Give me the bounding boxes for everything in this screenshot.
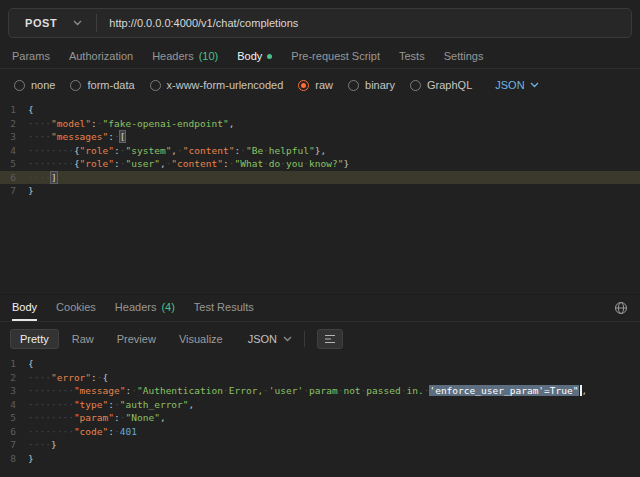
body-type-raw[interactable]: raw	[298, 79, 333, 91]
response-tabs: BodyCookiesHeaders(4)Test Results	[12, 295, 254, 321]
tab-label: Test Results	[194, 301, 254, 313]
body-type-form-data[interactable]: form-data	[70, 79, 134, 91]
line-number: 5	[0, 411, 28, 425]
line-number: 7	[0, 184, 28, 198]
selected-text: 'enforce_user_param'=True"	[429, 385, 578, 396]
request-tab-body[interactable]: Body	[237, 46, 272, 68]
code-line[interactable]: 6········"code":·401	[0, 425, 640, 439]
url-input[interactable]: http://0.0.0.0:4000/v1/chat/completions	[97, 17, 298, 29]
chevron-down-icon	[530, 82, 539, 88]
response-header-icons	[614, 301, 628, 315]
globe-icon[interactable]	[614, 301, 628, 315]
tab-label: Tests	[399, 50, 425, 62]
view-mode-raw[interactable]: Raw	[62, 329, 104, 349]
line-number: 5	[0, 157, 28, 171]
code-line[interactable]: 4········{"role":·"system",·"content":·"…	[0, 144, 640, 158]
code-line[interactable]: 4········"type":·"auth_error",	[0, 398, 640, 412]
tab-label: Headers	[115, 301, 157, 313]
radio-label: none	[31, 79, 55, 91]
radio-icon	[410, 80, 421, 91]
tab-count: (10)	[199, 50, 219, 62]
line-number: 3	[0, 130, 28, 144]
code-line[interactable]: 6····]	[0, 171, 640, 185]
method-selector[interactable]: POST	[9, 9, 96, 37]
request-tab-headers[interactable]: Headers(10)	[152, 46, 218, 68]
code-text: ········"message":·"Authentication·Error…	[28, 384, 587, 398]
code-text: ········{"role":·"system",·"content":·"B…	[28, 144, 326, 158]
response-toolbar: PrettyRawPreviewVisualize JSON	[10, 327, 632, 351]
tab-label: Pre-request Script	[291, 50, 380, 62]
response-tab-test-results[interactable]: Test Results	[194, 295, 254, 321]
view-mode-group: PrettyRawPreviewVisualize	[10, 329, 233, 349]
radio-icon	[70, 80, 81, 91]
code-text: ········"code":·401	[28, 425, 137, 439]
format-button[interactable]	[317, 329, 343, 349]
format-icon	[324, 334, 336, 344]
line-number: 6	[0, 171, 28, 185]
body-type-none[interactable]: none	[14, 79, 55, 91]
response-tab-body[interactable]: Body	[12, 295, 37, 321]
code-text: ····"error":·{	[28, 371, 108, 385]
view-mode-pretty[interactable]: Pretty	[10, 329, 59, 349]
code-line[interactable]: 2····"error":·{	[0, 371, 640, 385]
radio-label: x-www-form-urlencoded	[167, 79, 284, 91]
code-text: ····}	[28, 438, 57, 452]
body-language-label: JSON	[495, 79, 524, 91]
line-number: 7	[0, 438, 28, 452]
line-number: 1	[0, 103, 28, 117]
code-line[interactable]: 1{	[0, 357, 640, 371]
response-header: BodyCookiesHeaders(4)Test Results	[0, 294, 640, 322]
response-body-editor[interactable]: 1{2····"error":·{3········"message":·"Au…	[0, 354, 640, 477]
line-number: 6	[0, 425, 28, 439]
code-line[interactable]: 2····"model":·"fake-openai-endpoint",	[0, 117, 640, 131]
request-tab-authorization[interactable]: Authorization	[69, 46, 133, 68]
view-mode-preview[interactable]: Preview	[107, 329, 166, 349]
body-type-binary[interactable]: binary	[348, 79, 395, 91]
code-text: }	[28, 184, 34, 198]
method-label: POST	[25, 17, 57, 29]
body-type-row: noneform-datax-www-form-urlencodedrawbin…	[0, 72, 640, 98]
body-language-dropdown[interactable]: JSON	[495, 79, 538, 91]
line-number: 3	[0, 384, 28, 398]
code-text: }	[28, 452, 34, 466]
response-tab-headers[interactable]: Headers(4)	[115, 295, 175, 321]
code-line[interactable]: 7····}	[0, 438, 640, 452]
line-number: 1	[0, 357, 28, 371]
code-text: ····"model":·"fake-openai-endpoint",	[28, 117, 234, 131]
request-tab-params[interactable]: Params	[12, 46, 50, 68]
request-tab-pre-request-script[interactable]: Pre-request Script	[291, 46, 380, 68]
request-body-editor[interactable]: 1{2····"model":·"fake-openai-endpoint",3…	[0, 100, 640, 294]
tab-label: Authorization	[69, 50, 133, 62]
response-language-dropdown[interactable]: JSON	[248, 333, 292, 345]
body-type-graphql[interactable]: GraphQL	[410, 79, 472, 91]
request-tab-tests[interactable]: Tests	[399, 46, 425, 68]
request-tab-settings[interactable]: Settings	[444, 46, 484, 68]
response-tab-cookies[interactable]: Cookies	[56, 295, 96, 321]
code-line[interactable]: 5········"param":·"None",	[0, 411, 640, 425]
chevron-down-icon	[283, 336, 292, 342]
code-line[interactable]: 3········"message":·"Authentication·Erro…	[0, 384, 640, 398]
radio-label: form-data	[87, 79, 134, 91]
tab-label: Body	[12, 301, 37, 313]
body-present-dot	[267, 54, 272, 59]
line-number: 4	[0, 144, 28, 158]
request-tabs: ParamsAuthorizationHeaders(10)BodyPre-re…	[0, 46, 640, 69]
tab-label: Body	[237, 50, 262, 62]
code-line[interactable]: 1{	[0, 103, 640, 117]
request-url-bar: POST http://0.0.0.0:4000/v1/chat/complet…	[8, 8, 632, 38]
body-type-x-www-form-urlencoded[interactable]: x-www-form-urlencoded	[150, 79, 284, 91]
code-line[interactable]: 7}	[0, 184, 640, 198]
code-line[interactable]: 5········{"role":·"user",·"content":·"Wh…	[0, 157, 640, 171]
line-number: 4	[0, 398, 28, 412]
radio-label: raw	[315, 79, 333, 91]
code-line[interactable]: 8}	[0, 452, 640, 466]
code-line[interactable]: 3····"messages":·[	[0, 130, 640, 144]
tab-count: (4)	[161, 301, 174, 313]
view-mode-visualize[interactable]: Visualize	[169, 329, 233, 349]
radio-icon	[348, 80, 359, 91]
line-number: 2	[0, 371, 28, 385]
tab-label: Params	[12, 50, 50, 62]
radio-icon	[150, 80, 161, 91]
line-number: 8	[0, 452, 28, 466]
code-text: ····]	[28, 171, 57, 185]
